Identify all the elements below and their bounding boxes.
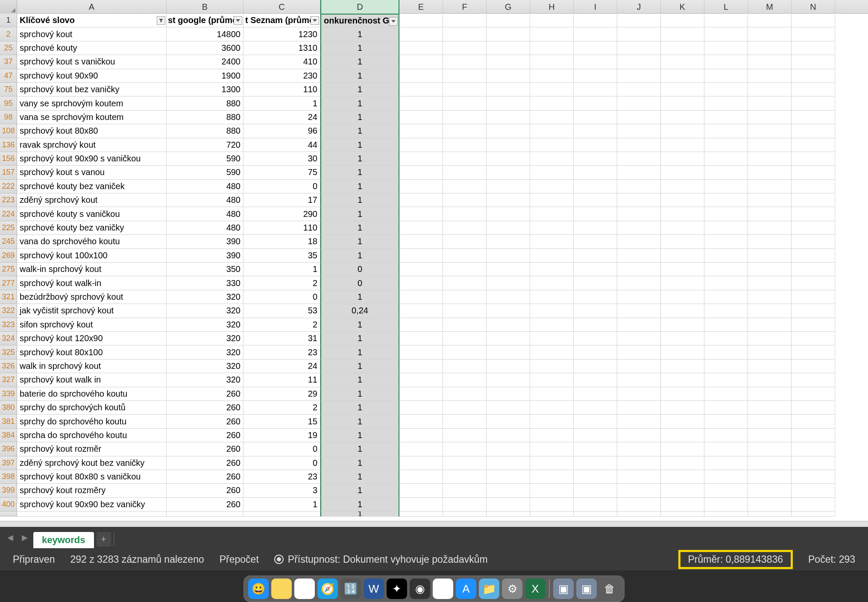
- cell[interactable]: [748, 69, 792, 83]
- cell[interactable]: [748, 415, 792, 428]
- cell[interactable]: [574, 345, 617, 359]
- cell[interactable]: [617, 401, 661, 415]
- col-header-g[interactable]: G: [487, 0, 530, 14]
- cell[interactable]: [399, 373, 443, 387]
- cell[interactable]: 53: [243, 304, 320, 318]
- cell[interactable]: [704, 429, 748, 442]
- cell[interactable]: [443, 373, 487, 387]
- cell[interactable]: [661, 83, 704, 96]
- cell[interactable]: [443, 235, 487, 248]
- cell[interactable]: [748, 304, 792, 318]
- cell[interactable]: [661, 207, 704, 221]
- cell[interactable]: 110: [243, 221, 320, 235]
- cell[interactable]: [617, 470, 661, 484]
- cell[interactable]: 0: [243, 456, 320, 470]
- col-header-f[interactable]: F: [443, 0, 487, 14]
- cell[interactable]: [748, 456, 792, 470]
- cell[interactable]: [792, 373, 835, 387]
- cell[interactable]: 1: [320, 124, 399, 138]
- cell[interactable]: [617, 111, 661, 124]
- filter-button[interactable]: [389, 17, 398, 26]
- cell[interactable]: [748, 290, 792, 304]
- cell[interactable]: [443, 456, 487, 470]
- cell[interactable]: [487, 290, 530, 304]
- cell[interactable]: [661, 387, 704, 401]
- cell[interactable]: sprchy do sprchového koutu: [17, 415, 167, 428]
- cell[interactable]: [704, 221, 748, 235]
- cell[interactable]: 1: [320, 290, 399, 304]
- cell[interactable]: sprchový kout 90x90 bez vaničky: [17, 498, 167, 511]
- cell[interactable]: [661, 415, 704, 428]
- cell[interactable]: [574, 138, 617, 152]
- sheet-tab-keywords[interactable]: keywords: [33, 532, 94, 548]
- cell[interactable]: 1230: [243, 27, 320, 41]
- cell[interactable]: [704, 318, 748, 332]
- cell[interactable]: [443, 207, 487, 221]
- row-header[interactable]: 324: [0, 332, 17, 345]
- select-all-corner[interactable]: [0, 0, 17, 14]
- cell[interactable]: [574, 96, 617, 110]
- cell[interactable]: 1: [320, 235, 399, 248]
- cell[interactable]: [617, 387, 661, 401]
- cell[interactable]: [617, 14, 661, 27]
- cell[interactable]: 31: [243, 332, 320, 345]
- row-header[interactable]: 157: [0, 166, 17, 179]
- cell[interactable]: [574, 249, 617, 263]
- cell[interactable]: [792, 442, 835, 456]
- header-cell-keyword[interactable]: Klíčové slovo: [17, 14, 167, 27]
- col-header-n[interactable]: N: [792, 0, 835, 14]
- cell[interactable]: [704, 193, 748, 207]
- cell[interactable]: [487, 318, 530, 332]
- cell[interactable]: [704, 14, 748, 27]
- cell[interactable]: [443, 429, 487, 442]
- row-header[interactable]: 399: [0, 484, 17, 497]
- cell[interactable]: [399, 69, 443, 83]
- add-sheet-button[interactable]: +: [97, 532, 111, 546]
- cell[interactable]: [704, 456, 748, 470]
- cell[interactable]: [530, 249, 574, 263]
- cell[interactable]: [399, 124, 443, 138]
- cell[interactable]: [443, 290, 487, 304]
- cell[interactable]: [617, 456, 661, 470]
- cell[interactable]: 1: [320, 180, 399, 193]
- cell[interactable]: [487, 14, 530, 27]
- cell[interactable]: [399, 221, 443, 235]
- cell[interactable]: [617, 138, 661, 152]
- row-header[interactable]: 327: [0, 373, 17, 387]
- cell[interactable]: 1300: [167, 83, 243, 96]
- cell[interactable]: 590: [167, 152, 243, 166]
- cell[interactable]: [399, 180, 443, 193]
- cell[interactable]: [574, 41, 617, 55]
- cell[interactable]: [487, 263, 530, 276]
- cell[interactable]: 1: [320, 96, 399, 110]
- cell[interactable]: [661, 152, 704, 166]
- cell[interactable]: 23: [243, 345, 320, 359]
- cell[interactable]: 320: [167, 332, 243, 345]
- cell[interactable]: sprchový kout 100x100: [17, 249, 167, 263]
- cell[interactable]: [530, 359, 574, 373]
- cell[interactable]: 1: [320, 318, 399, 332]
- cell[interactable]: [792, 387, 835, 401]
- col-header-m[interactable]: M: [748, 0, 792, 14]
- dock-photos-icon[interactable]: ❁: [433, 579, 453, 599]
- cell[interactable]: 0: [243, 442, 320, 456]
- cell[interactable]: [399, 193, 443, 207]
- cell[interactable]: [399, 345, 443, 359]
- cell[interactable]: [704, 83, 748, 96]
- cell[interactable]: 1310: [243, 41, 320, 55]
- cell[interactable]: [487, 83, 530, 96]
- cell[interactable]: [574, 318, 617, 332]
- cell[interactable]: [574, 415, 617, 428]
- cell[interactable]: [661, 442, 704, 456]
- cell[interactable]: sprchový kout 90x90 s vaničkou: [17, 152, 167, 166]
- cell[interactable]: [661, 429, 704, 442]
- cell[interactable]: [704, 124, 748, 138]
- cell[interactable]: 330: [167, 276, 243, 290]
- cell[interactable]: [487, 498, 530, 511]
- col-header-j[interactable]: J: [617, 0, 661, 14]
- cell[interactable]: sprchový kout 80x80 s vaničkou: [17, 470, 167, 484]
- cell[interactable]: [574, 442, 617, 456]
- cell[interactable]: [399, 456, 443, 470]
- cell[interactable]: [530, 55, 574, 69]
- cell[interactable]: [661, 166, 704, 179]
